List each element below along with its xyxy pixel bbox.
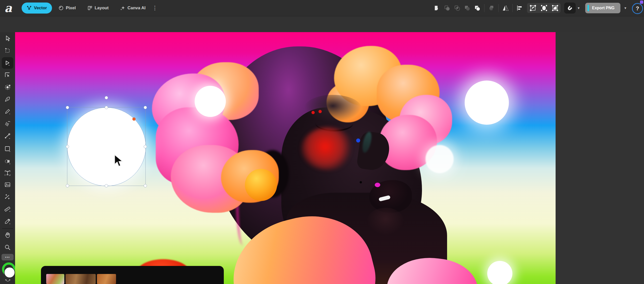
flip-horizontal-icon[interactable] <box>501 4 510 13</box>
tools-divider <box>2 228 13 229</box>
move-tool[interactable] <box>3 34 12 43</box>
bokeh-circle <box>487 261 512 284</box>
pen-tool[interactable] <box>3 95 12 103</box>
asset-thumbnail[interactable] <box>66 274 96 284</box>
transform-point-icon[interactable] <box>540 4 549 13</box>
point-transform-tool[interactable] <box>3 83 12 92</box>
toolbar-divider <box>484 4 485 12</box>
toolbar-divider <box>512 4 513 12</box>
bokeh-circle <box>425 145 454 173</box>
more-tools-button[interactable]: ••• <box>2 254 14 260</box>
lip-magenta-dot <box>375 183 380 187</box>
selection-handle-nw[interactable] <box>66 106 69 109</box>
more-personas-menu[interactable]: ⋮ <box>152 5 158 11</box>
persona-tabs: Vector Pixel Layout Canva AI ⋮ <box>22 3 158 14</box>
transform-objects-icon[interactable] <box>528 4 538 13</box>
boolean-intersect-icon[interactable] <box>453 4 462 13</box>
gradient-tool[interactable] <box>3 132 12 140</box>
bokeh-circle <box>195 86 226 117</box>
boolean-divide-icon[interactable] <box>473 4 482 13</box>
vector-brush-tool[interactable] <box>3 119 12 128</box>
tab-vector-label: Vector <box>34 6 47 11</box>
selection-handle-e[interactable] <box>144 145 147 148</box>
merge-layers-icon[interactable] <box>487 4 496 13</box>
add-node-tool[interactable] <box>3 192 12 201</box>
face-blue-dot <box>356 138 360 143</box>
measure-tool[interactable] <box>3 205 12 213</box>
swap-colours-icon[interactable] <box>5 279 11 282</box>
boolean-add-icon[interactable] <box>433 4 442 13</box>
fill-colour-well[interactable] <box>5 267 15 277</box>
zoom-tool[interactable] <box>3 243 12 252</box>
rotation-handle[interactable] <box>105 96 108 99</box>
bokeh-circle <box>465 81 509 125</box>
affinity-logo[interactable]: a <box>5 3 16 14</box>
place-image-tool[interactable] <box>3 180 12 189</box>
portrait-blush <box>301 127 354 170</box>
selection-handle-w[interactable] <box>66 145 69 148</box>
context-toolbar: Polygon 0 pt ▾ Sides: 4 ▾ Curve: 100 % ▾… <box>0 16 644 32</box>
boolean-xor-icon[interactable] <box>463 4 472 13</box>
tab-vector[interactable]: Vector <box>22 3 52 14</box>
asset-tray[interactable] <box>41 266 224 284</box>
tab-canva-ai-label: Canva AI <box>127 6 145 11</box>
export-png-label: Export PNG <box>592 6 615 10</box>
top-toolbar: a Vector Pixel Layout Canva AI ⋮ <box>0 0 644 16</box>
sparkle-icon <box>120 6 125 11</box>
tab-canva-ai[interactable]: Canva AI <box>115 3 150 14</box>
transform-box-icon[interactable] <box>551 4 560 13</box>
node-tool[interactable] <box>2 57 13 69</box>
tab-pixel-label: Pixel <box>66 6 76 11</box>
mouse-cursor <box>114 154 125 168</box>
export-png-button[interactable]: Export PNG <box>585 3 620 13</box>
polygon-curve-node[interactable] <box>132 117 136 121</box>
toolbar-divider <box>498 4 499 12</box>
layout-icon <box>87 6 92 11</box>
asset-thumbnail[interactable] <box>46 274 64 284</box>
snapping-toggle[interactable] <box>564 3 576 14</box>
affinity-designer-window: { "colors": { "accent_cyan": "#2bc3f0", … <box>0 0 644 284</box>
portrait-chin <box>367 208 404 235</box>
selection-handle-s[interactable] <box>105 184 108 187</box>
help-button[interactable]: ? <box>632 3 643 14</box>
colour-picker-tool[interactable] <box>3 217 12 226</box>
frame-text-tool[interactable] <box>3 169 12 177</box>
selection-handle-ne[interactable] <box>144 106 147 109</box>
pencil-tool[interactable] <box>3 107 12 116</box>
tab-pixel[interactable]: Pixel <box>53 3 81 14</box>
rectangle-tool[interactable] <box>3 145 12 153</box>
selection-handle-se[interactable] <box>144 184 147 187</box>
shape-builder-tool[interactable] <box>3 157 12 166</box>
earring-circle <box>245 169 277 201</box>
notification-dot <box>640 1 643 4</box>
boolean-subtract-icon[interactable] <box>443 4 452 13</box>
tab-layout-label: Layout <box>95 6 109 11</box>
tools-panel: ••• <box>0 32 15 284</box>
selection-handle-sw[interactable] <box>66 184 69 187</box>
corner-tool[interactable] <box>3 71 12 79</box>
pan-tool[interactable] <box>3 231 12 239</box>
document-canvas[interactable] <box>15 32 556 284</box>
face-red-dot <box>318 110 322 113</box>
selection-handle-n[interactable] <box>105 106 108 109</box>
snapping-dropdown-chevron[interactable]: ▾ <box>578 6 580 10</box>
export-dropdown-chevron[interactable]: ▾ <box>624 6 626 10</box>
help-icon: ? <box>636 5 639 12</box>
face-mole <box>360 181 362 183</box>
align-icon[interactable] <box>515 4 524 13</box>
face-red-dot <box>311 111 315 114</box>
artboard-tool[interactable] <box>3 46 12 55</box>
tab-layout[interactable]: Layout <box>82 3 114 14</box>
pixel-brush-icon <box>59 6 64 11</box>
export-accent-bar <box>587 5 589 11</box>
asset-thumbnail[interactable] <box>97 274 116 284</box>
studio-panels: Colour Swatches Stroke Appearance ⌄ H: 3… <box>556 32 644 284</box>
vector-node-icon <box>27 6 32 11</box>
